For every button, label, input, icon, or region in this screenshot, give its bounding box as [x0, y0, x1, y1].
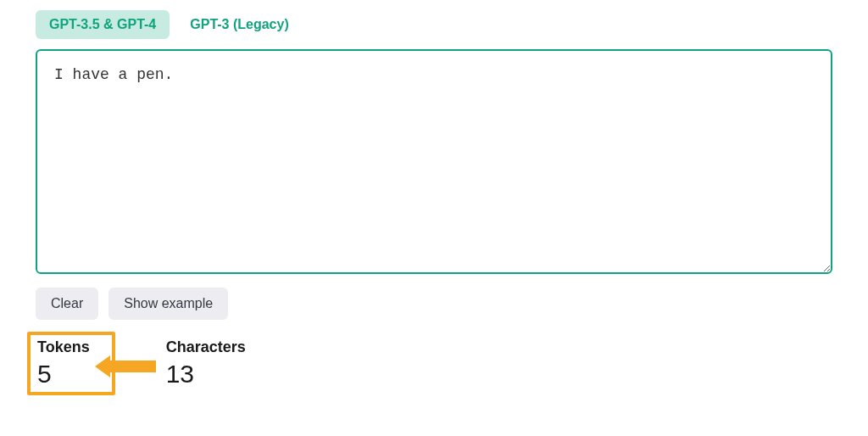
highlight-arrow [108, 361, 156, 372]
tokenizer-input-wrap [36, 49, 832, 277]
tokens-value: 5 [37, 361, 90, 387]
tab-gpt3-legacy[interactable]: GPT-3 (Legacy) [176, 10, 302, 39]
clear-button[interactable]: Clear [36, 288, 98, 320]
characters-stat: Characters 13 [159, 335, 253, 390]
tab-gpt35-gpt4[interactable]: GPT-3.5 & GPT-4 [36, 10, 170, 39]
tokens-label: Tokens [37, 338, 90, 356]
button-row: Clear Show example [36, 288, 832, 320]
arrow-left-icon [108, 361, 156, 372]
stats-row: Tokens 5 Characters 13 [36, 335, 832, 395]
tokenizer-input[interactable] [36, 49, 832, 274]
characters-label: Characters [166, 338, 246, 356]
characters-value: 13 [166, 361, 246, 387]
model-tabs: GPT-3.5 & GPT-4 GPT-3 (Legacy) [36, 10, 832, 39]
show-example-button[interactable]: Show example [108, 288, 228, 320]
